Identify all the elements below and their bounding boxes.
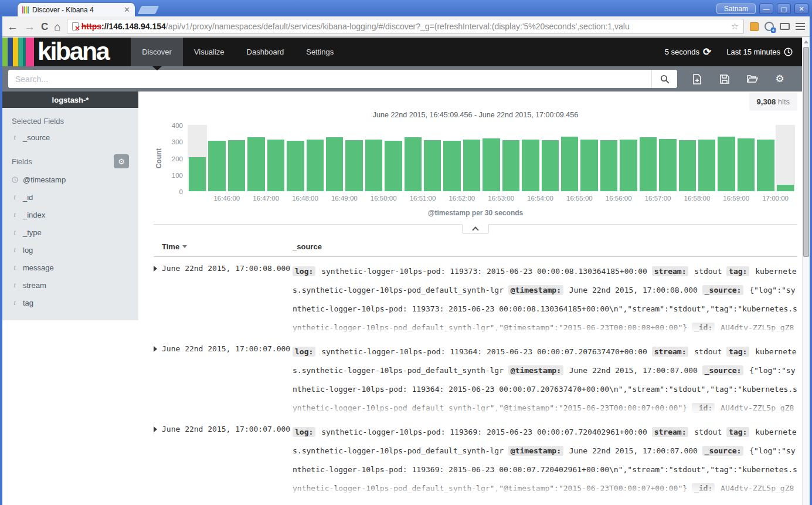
- nav-item-dashboard[interactable]: Dashboard: [236, 38, 295, 66]
- x-axis-ticks: 16:46:0016:47:0016:48:0016:49:0016:50:00…: [188, 195, 795, 209]
- field-item-id[interactable]: t_id: [2, 188, 138, 205]
- field-item-log[interactable]: tlog: [2, 240, 138, 258]
- bar: [463, 140, 480, 191]
- column-header-source[interactable]: _source: [293, 242, 797, 251]
- histogram-bar[interactable]: [364, 125, 383, 191]
- histogram-bar[interactable]: [403, 125, 423, 191]
- scrollbar-thumb[interactable]: [803, 47, 809, 257]
- tab-close-icon[interactable]: ✕: [124, 6, 130, 13]
- field-item-type[interactable]: t_type: [2, 223, 138, 240]
- histogram-bar[interactable]: [521, 125, 540, 191]
- field-value: June 22nd 2015, 17:00:07.000: [565, 366, 702, 375]
- open-search-button[interactable]: [746, 73, 758, 85]
- collapse-chart-button[interactable]: [462, 224, 489, 234]
- home-button[interactable]: ⌂: [54, 21, 60, 32]
- histogram-bar[interactable]: [619, 125, 638, 191]
- cast-extension-icon[interactable]: [780, 23, 790, 30]
- refresh-interval-picker[interactable]: 5 seconds ⟳: [665, 46, 712, 58]
- new-tab-button[interactable]: [138, 6, 159, 14]
- profile-button[interactable]: Satnam: [716, 4, 756, 14]
- save-search-button[interactable]: [719, 73, 731, 85]
- index-pattern-header[interactable]: logstash-*: [2, 91, 138, 108]
- insecure-page-icon[interactable]: ✕: [72, 22, 79, 30]
- back-button[interactable]: ←: [7, 21, 18, 32]
- expand-row-button[interactable]: [154, 423, 162, 498]
- search-input[interactable]: [8, 70, 651, 88]
- histogram-bar[interactable]: [736, 125, 756, 191]
- field-label: _id: [23, 193, 33, 202]
- settings-gear-button[interactable]: ⚙: [774, 73, 786, 85]
- bar: [483, 138, 500, 191]
- field-item-timestamp[interactable]: @timestamp: [2, 171, 138, 188]
- minimize-button[interactable]: —: [759, 4, 773, 14]
- histogram-bar[interactable]: [305, 125, 325, 191]
- histogram-bar[interactable]: [658, 125, 677, 191]
- histogram-bar[interactable]: [697, 125, 716, 191]
- maximize-button[interactable]: ▢: [777, 4, 791, 14]
- histogram-bar[interactable]: [462, 125, 481, 191]
- histogram-bar[interactable]: [638, 125, 658, 191]
- histogram-bar[interactable]: [716, 125, 736, 191]
- histogram-bar[interactable]: [776, 125, 795, 191]
- browser-tab[interactable]: Discover - Kibana 4 ✕: [18, 3, 135, 16]
- hits-label: hits: [778, 97, 790, 106]
- histogram-bar[interactable]: [246, 125, 266, 191]
- forward-button[interactable]: →: [24, 21, 35, 32]
- nav-item-discover[interactable]: Discover: [131, 38, 183, 66]
- histogram-bar[interactable]: [756, 125, 775, 191]
- histogram-bar[interactable]: [227, 125, 246, 191]
- reload-button[interactable]: C: [41, 22, 48, 32]
- histogram-bar[interactable]: [207, 125, 226, 191]
- time-range-picker[interactable]: Last 15 minutes: [726, 48, 793, 56]
- histogram-bar[interactable]: [266, 125, 286, 191]
- bookmark-star-icon[interactable]: ☆: [731, 21, 739, 32]
- histogram-bar[interactable]: [501, 125, 521, 191]
- search-icon: [660, 74, 670, 84]
- search-button[interactable]: [651, 70, 677, 88]
- bar: [189, 157, 206, 191]
- field-item-index[interactable]: t_index: [2, 205, 138, 223]
- fields-heading: Fields: [12, 157, 32, 166]
- save-icon: [720, 74, 729, 84]
- field-item-message[interactable]: tmessage: [2, 258, 138, 276]
- hangouts-extension-icon[interactable]: 4: [765, 22, 774, 31]
- histogram-bar[interactable]: [344, 125, 363, 191]
- histogram-bar[interactable]: [560, 125, 579, 191]
- histogram-bar[interactable]: [442, 125, 461, 191]
- extension-icon[interactable]: [750, 22, 759, 31]
- histogram-bar[interactable]: [599, 125, 619, 191]
- field-badge-log: log:: [293, 347, 315, 357]
- field-item-source[interactable]: t_source: [2, 128, 138, 145]
- histogram-bar[interactable]: [541, 125, 560, 191]
- histogram-bar[interactable]: [481, 125, 501, 191]
- nav-item-visualize[interactable]: Visualize: [183, 38, 236, 66]
- field-label: _source: [23, 133, 50, 142]
- kibana-favicon-icon: [22, 6, 29, 13]
- time-range-label: Last 15 minutes: [726, 48, 780, 56]
- browser-menu-icon[interactable]: [796, 23, 805, 24]
- histogram-bar[interactable]: [188, 125, 207, 191]
- histogram-bar[interactable]: [678, 125, 697, 191]
- histogram-bar[interactable]: [579, 125, 599, 191]
- expand-row-button[interactable]: [154, 343, 162, 418]
- field-item-stream[interactable]: tstream: [2, 276, 138, 293]
- histogram-bar[interactable]: [325, 125, 344, 191]
- column-header-time[interactable]: Time: [154, 242, 293, 251]
- nav-item-settings[interactable]: Settings: [295, 38, 345, 66]
- string-field-icon: t: [12, 133, 18, 142]
- new-search-button[interactable]: [691, 73, 703, 85]
- scroll-up-arrow-icon[interactable]: [804, 40, 808, 43]
- histogram-bar[interactable]: [286, 125, 305, 191]
- field-badge-timestamp: @timestamp:: [508, 365, 563, 375]
- url-host: ://146.148.94.154: [101, 22, 166, 31]
- x-axis-label: @timestamp per 30 seconds: [154, 209, 797, 217]
- histogram-bar[interactable]: [423, 125, 442, 191]
- url-bar[interactable]: ✕ https://146.148.94.154/api/v1/proxy/na…: [67, 19, 744, 34]
- expand-row-button[interactable]: [154, 262, 162, 337]
- field-item-tag[interactable]: ttag: [2, 293, 138, 311]
- browser-scrollbar[interactable]: [802, 38, 810, 505]
- histogram-bar[interactable]: [383, 125, 403, 191]
- field-settings-button[interactable]: ⚙: [114, 154, 129, 168]
- close-button[interactable]: ✕: [794, 4, 808, 14]
- row-timestamp: June 22nd 2015, 17:00:08.000: [162, 262, 293, 337]
